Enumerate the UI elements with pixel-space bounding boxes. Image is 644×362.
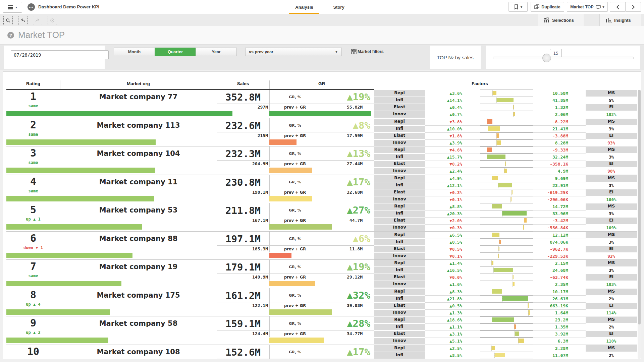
market-org-name[interactable]: Market company 19 xyxy=(60,263,217,271)
market-org-name[interactable]: Market company 58 xyxy=(60,319,217,327)
rating-value[interactable]: 2 xyxy=(6,119,60,131)
global-menu-button[interactable]: ▾ xyxy=(3,2,22,13)
factor-value: 26.61M xyxy=(534,296,568,301)
factor-bar-cell xyxy=(480,309,533,317)
factor-bar-cell xyxy=(480,160,533,168)
factor-bar-cell xyxy=(480,274,533,281)
period-quarter-button[interactable]: Quarter xyxy=(155,48,196,56)
factor-bar xyxy=(487,147,492,152)
rating-value[interactable]: 6 xyxy=(6,232,60,244)
rating-value[interactable]: 8 xyxy=(6,289,60,301)
factor-pct: ▲5.1% xyxy=(426,339,462,344)
prev-gr-label: prev + GR xyxy=(269,105,321,110)
waterfall-connector xyxy=(492,90,493,96)
cell-divider xyxy=(217,104,374,104)
selections-toolbar: Selections Insights xyxy=(0,14,644,26)
rating-value[interactable]: 4 xyxy=(6,176,60,187)
bookmark-icon xyxy=(514,4,519,10)
gr-value: ▲28% xyxy=(321,318,370,329)
factor-bar-cell xyxy=(480,224,533,232)
sales-value: 152.6M xyxy=(217,347,269,358)
factor-row-line xyxy=(425,330,480,331)
ms-label-chip: MS xyxy=(586,289,637,295)
market-org-name[interactable]: Market company 53 xyxy=(60,206,217,214)
market-filters-button[interactable]: Market filters xyxy=(351,49,384,54)
factor-bar-cell xyxy=(480,316,533,324)
factor-row-line xyxy=(533,274,586,274)
waterfall-connector xyxy=(513,111,514,117)
scrollbar-thumb[interactable] xyxy=(638,90,641,324)
cell-divider xyxy=(217,274,374,274)
next-sheet-button[interactable] xyxy=(625,2,641,12)
chevron-left-icon xyxy=(616,5,620,9)
search-icon xyxy=(6,18,10,23)
prev-sheet-button[interactable] xyxy=(610,2,626,12)
factor-value: 2.15M xyxy=(534,261,568,266)
rating-value[interactable]: 1 xyxy=(6,90,60,102)
app-icon[interactable]: ••• xyxy=(28,3,35,11)
chevron-down-icon: ▾ xyxy=(603,5,604,9)
rating-value[interactable]: 7 xyxy=(6,260,60,272)
factor-bar xyxy=(492,91,496,95)
date-filter-card: 07/28/2019 xyxy=(4,46,105,69)
factor-row-line xyxy=(533,224,586,225)
factor-bar-cell xyxy=(480,302,533,310)
factor-value: -9.33M xyxy=(534,147,568,153)
duplicate-label: Duplicate xyxy=(541,5,560,9)
factor-pct: ▲20.3% xyxy=(426,211,462,216)
rating-value[interactable]: 10 xyxy=(6,346,60,357)
waterfall-connector xyxy=(492,288,492,295)
factor-bar xyxy=(496,133,499,138)
gr-value: ▲27% xyxy=(321,204,370,216)
ms-value: 5% xyxy=(586,98,637,103)
factor-row-line xyxy=(533,210,586,210)
rating-value[interactable]: 3 xyxy=(6,147,60,159)
waterfall-connector xyxy=(528,309,529,316)
undo-arrow-icon xyxy=(20,18,25,22)
period-year-button[interactable]: Year xyxy=(196,48,237,56)
factor-bar-cell xyxy=(480,245,533,253)
market-org-name[interactable]: Market company 88 xyxy=(60,235,217,243)
factor-bar-cell xyxy=(480,259,533,267)
market-org-name[interactable]: Market company 77 xyxy=(60,93,217,101)
vertical-scrollbar[interactable] xyxy=(638,90,641,359)
factor-row-line xyxy=(425,281,480,281)
ei-value: 98% xyxy=(586,169,637,174)
factor-label-chip: Elast xyxy=(374,331,425,337)
factor-bar-cell xyxy=(480,196,533,203)
market-org-name[interactable]: Market company 104 xyxy=(60,149,217,158)
tab-analysis[interactable]: Analysis xyxy=(289,0,319,14)
market-org-name[interactable]: Market company 113 xyxy=(60,121,217,129)
selections-tool-button[interactable]: Selections xyxy=(538,14,584,26)
market-org-name[interactable]: Market company 108 xyxy=(60,348,217,356)
top-n-slider-track[interactable]: 15 xyxy=(493,57,634,59)
gr-bar xyxy=(269,196,312,201)
smart-search-button[interactable] xyxy=(3,16,13,25)
market-org-name[interactable]: Market company 11 xyxy=(60,178,217,186)
duplicate-button[interactable]: Duplicate xyxy=(531,2,564,12)
ms-label-chip: MS xyxy=(586,345,637,352)
factor-row-line xyxy=(533,253,586,253)
ei-value: 93% xyxy=(586,140,637,145)
factor-row-line xyxy=(533,246,586,246)
step-back-button[interactable] xyxy=(18,16,28,25)
rating-value[interactable]: 9 xyxy=(6,317,60,329)
tab-story[interactable]: Story xyxy=(329,0,349,14)
market-org-name[interactable]: Market company 175 xyxy=(60,291,217,299)
factor-label-chip: Repl xyxy=(374,289,425,295)
clear-selections-button[interactable] xyxy=(48,16,57,25)
factor-value: 23.91M xyxy=(534,183,568,188)
rating-value[interactable]: 5 xyxy=(6,204,60,216)
ms-value: 2% xyxy=(586,324,637,329)
bookmark-button[interactable]: ▾ xyxy=(508,2,528,12)
date-input[interactable]: 07/28/2019 xyxy=(11,50,109,59)
factor-pct: ▲1.3% xyxy=(426,310,462,315)
compare-dropdown[interactable]: vs prev year ▼ xyxy=(245,48,342,56)
step-forward-button[interactable] xyxy=(33,16,42,25)
sheet-selector-button[interactable]: Market TOP ▾ xyxy=(567,2,608,12)
row-separator xyxy=(6,288,637,288)
period-month-button[interactable]: Month xyxy=(114,48,155,56)
help-icon[interactable]: ? xyxy=(7,32,14,39)
insights-tool-button[interactable]: Insights xyxy=(599,14,641,26)
compare-value: vs prev year xyxy=(249,50,273,54)
